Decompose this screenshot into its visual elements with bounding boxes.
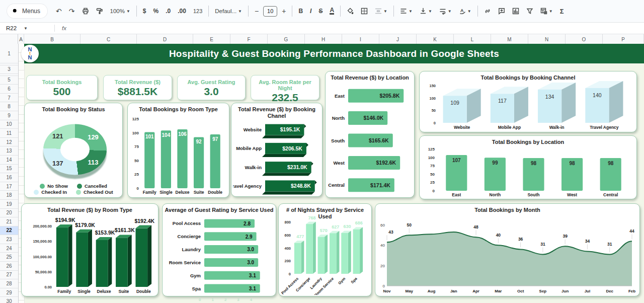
- name-box[interactable]: R22 ▼: [0, 25, 49, 31]
- row-header-11[interactable]: 11: [0, 129, 18, 138]
- vertical-align-button[interactable]: ▼: [416, 6, 436, 17]
- donut-hole: [60, 138, 90, 161]
- kpi-avg-guest-rating[interactable]: Avg. Guest Rating3.0: [177, 75, 246, 100]
- fill-color-button[interactable]: [343, 6, 357, 17]
- chart-booking-status[interactable]: Total Booking by Status 129113137121 No …: [24, 103, 123, 198]
- chart-bookings-by-booking-channel[interactable]: Total Bookings by Booking Channel 050100…: [419, 71, 637, 132]
- paint-format-button[interactable]: [93, 6, 107, 17]
- row-header-12[interactable]: 12: [0, 138, 18, 147]
- functions-button[interactable]: Σ: [556, 6, 568, 17]
- decrease-font-size-button[interactable]: −: [251, 5, 262, 17]
- row-header-19[interactable]: 19: [0, 200, 18, 209]
- increase-font-size-button[interactable]: +: [278, 5, 289, 17]
- select-all-corner[interactable]: [0, 34, 18, 44]
- text-rotation-button[interactable]: A▼: [455, 6, 475, 17]
- column-header-b[interactable]: B: [24, 34, 80, 44]
- table-views-button[interactable]: ▼: [537, 6, 556, 17]
- merge-cells-button[interactable]: ▼: [371, 6, 391, 17]
- font-select[interactable]: Defaul...▼: [211, 6, 246, 16]
- row-header-1[interactable]: 1: [0, 44, 18, 63]
- chart-bookings-by-location[interactable]: Total Bookings by Location 0255075100125…: [419, 135, 637, 199]
- row-header-24[interactable]: 24: [0, 244, 18, 253]
- print-button[interactable]: [78, 6, 93, 17]
- insert-comment-button[interactable]: [495, 6, 509, 17]
- zoom-control[interactable]: 100%▼: [107, 6, 134, 16]
- column-header-e[interactable]: E: [193, 34, 230, 44]
- row-header-27[interactable]: 27: [0, 271, 18, 280]
- row-header-6[interactable]: 6: [0, 85, 18, 94]
- column-header-g[interactable]: G: [268, 34, 305, 44]
- italic-button[interactable]: I: [306, 6, 315, 17]
- insert-chart-button[interactable]: [509, 6, 523, 17]
- printer-icon: [82, 8, 89, 15]
- row-header-29[interactable]: 29: [0, 288, 18, 297]
- increase-decimals-button[interactable]: .00: [174, 6, 190, 17]
- chart-revenue-by-room-type[interactable]: Total Revenue ($) by Room Type 0.0050,00…: [21, 203, 158, 296]
- column-header-i[interactable]: I: [342, 34, 379, 44]
- text-wrap-button[interactable]: ▼: [436, 6, 455, 17]
- chart-revenue-by-location[interactable]: Total Revenue ($) by Location $205.8KEas…: [325, 71, 415, 198]
- svg-text:0.00: 0.00: [44, 285, 52, 289]
- row-header-15[interactable]: 15: [0, 165, 18, 174]
- menus-label: Menus: [22, 8, 40, 15]
- row-header-17[interactable]: 17: [0, 182, 18, 191]
- borders-button[interactable]: [357, 6, 371, 17]
- undo-button[interactable]: ↶: [52, 5, 65, 17]
- create-filter-button[interactable]: [523, 6, 537, 17]
- row-header-3[interactable]: 3: [0, 65, 18, 74]
- redo-button[interactable]: ↷: [65, 5, 78, 17]
- row-header-21[interactable]: 21: [0, 217, 18, 226]
- column-header-m[interactable]: M: [491, 34, 528, 44]
- chart-canvas: $205.8KEast$146.0KNorth$165.6KSouth$192.…: [327, 85, 413, 196]
- column-header-n[interactable]: N: [528, 34, 566, 44]
- column-header-c[interactable]: C: [80, 34, 137, 44]
- kpi-avg-room-rate[interactable]: Avg. Room Rate per Night232.5: [251, 75, 319, 100]
- horizontal-align-button[interactable]: ▼: [396, 6, 416, 17]
- column-header-k[interactable]: K: [417, 34, 454, 44]
- row-header-22[interactable]: 22: [0, 226, 18, 236]
- row-header-18[interactable]: 18: [0, 191, 18, 200]
- insert-link-button[interactable]: [480, 6, 495, 17]
- row-header-23[interactable]: 23: [0, 235, 18, 244]
- row-header-9[interactable]: 9: [0, 111, 18, 120]
- format-currency-button[interactable]: $: [139, 6, 150, 17]
- format-percent-button[interactable]: %: [150, 6, 163, 17]
- row-header-8[interactable]: 8: [0, 102, 18, 111]
- text-color-button[interactable]: A: [326, 6, 338, 17]
- row-header-20[interactable]: 20: [0, 209, 18, 218]
- row-header-7[interactable]: 7: [0, 94, 18, 103]
- svg-text:Travel Agency: Travel Agency: [233, 183, 262, 189]
- chart-nights-by-service[interactable]: # of Nights Stayed by Service Used 02004…: [278, 203, 372, 296]
- row-header-14[interactable]: 14: [0, 156, 18, 165]
- column-header-a[interactable]: A: [18, 34, 24, 44]
- chart-revenue-by-booking-channel[interactable]: Total Revenue ($) by Booking Chanel $195…: [231, 103, 323, 197]
- chart-rating-by-service[interactable]: Average of Guest Rating by Service Used …: [162, 203, 276, 296]
- kpi-total-revenue[interactable]: Total Revenue ($)$881.5K: [103, 75, 172, 100]
- chart-bookings-by-month[interactable]: Total Bookings by Month 0204060NovMayAug…: [375, 203, 640, 296]
- svg-text:686: 686: [355, 220, 363, 225]
- row-header-28[interactable]: 28: [0, 279, 18, 288]
- strikethrough-button[interactable]: S: [315, 6, 326, 17]
- column-header-d[interactable]: D: [137, 34, 193, 44]
- row-header-25[interactable]: 25: [0, 253, 18, 262]
- column-header-f[interactable]: F: [230, 34, 268, 44]
- row-header-16[interactable]: 16: [0, 173, 18, 182]
- column-header-o[interactable]: O: [566, 34, 603, 44]
- font-size-input[interactable]: 10: [263, 6, 277, 17]
- decrease-decimals-button[interactable]: .0: [162, 6, 174, 17]
- kpi-total-bookings[interactable]: Total Bookings500: [26, 75, 98, 100]
- bold-button[interactable]: B: [295, 6, 306, 17]
- column-header-l[interactable]: L: [454, 34, 491, 44]
- column-header-p[interactable]: P: [603, 34, 644, 44]
- dashboard-banner[interactable]: NtN Hospitality & Guest Booking Performa…: [24, 44, 644, 63]
- column-header-h[interactable]: H: [305, 34, 342, 44]
- row-header-5[interactable]: 5: [0, 76, 18, 85]
- column-header-j[interactable]: J: [379, 34, 417, 44]
- chart-bookings-by-room-type[interactable]: Total Bookings by Room Type 025507510012…: [127, 103, 229, 198]
- row-header-26[interactable]: 26: [0, 262, 18, 271]
- row-header-30[interactable]: 30: [0, 297, 18, 303]
- more-formats-button[interactable]: 123: [190, 6, 206, 16]
- menus-search[interactable]: Menus: [7, 4, 47, 18]
- row-header-13[interactable]: 13: [0, 146, 18, 156]
- row-header-10[interactable]: 10: [0, 120, 18, 129]
